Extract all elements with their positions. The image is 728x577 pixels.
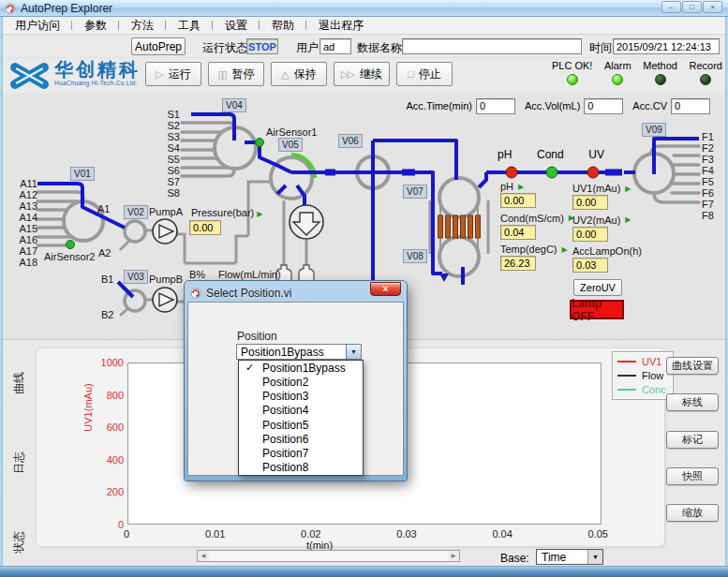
chart-legend: UV1 Flow Conc (612, 351, 674, 400)
port-a1-label: A1 (97, 203, 110, 215)
side-tab[interactable]: 状态 (5, 528, 33, 556)
run-control-button[interactable]: ▯▯ 暂停 (208, 62, 264, 86)
x-axis-ticks: 00.010.020.030.040.05 (124, 528, 608, 540)
legend-line-icon (617, 389, 636, 391)
local-variable-arrow-icon: ▶ (257, 210, 262, 218)
chart-button[interactable]: 标记 (666, 431, 719, 449)
port-label: S6 (168, 165, 180, 176)
chart-buttons: 曲线设置标线标记快照缩放 (666, 357, 719, 522)
cond-sensor-dot (546, 167, 557, 178)
position-option[interactable]: Position6 (239, 432, 363, 446)
run-status-value: STOP (246, 38, 278, 54)
close-button[interactable]: × (703, 1, 722, 13)
position-option[interactable]: Position4 (239, 404, 363, 418)
menu-item[interactable]: 用户访问 (3, 17, 72, 34)
valve-v08[interactable] (439, 237, 479, 276)
legend-item: Conc (617, 384, 668, 395)
menu-item[interactable]: 设置 (213, 17, 260, 34)
readout-value[interactable]: 0.03 (572, 258, 608, 273)
pump-b[interactable] (153, 288, 177, 312)
pressure-value[interactable]: 0.00 (189, 220, 221, 235)
readout: UV2(mAu)▶ 0.00 (572, 215, 651, 242)
a-port-labels: A11A12A13A14A15A16A17A18 (13, 178, 37, 251)
chart-button[interactable]: 曲线设置 (666, 357, 719, 375)
valve-v02[interactable] (125, 221, 145, 242)
led-icon (655, 74, 666, 85)
air-sensor-2-led (67, 241, 75, 249)
position-option[interactable]: Position5 (239, 418, 363, 432)
air-sensor-2-label: AirSensor2 (44, 251, 95, 262)
port-label: F4 (702, 165, 724, 176)
title-bar[interactable]: AutoPrep Explorer – □ × (0, 0, 728, 17)
run-status-label: 运行状态 (202, 40, 247, 56)
menu-item[interactable]: 退出程序 (306, 17, 376, 34)
zero-uv-button[interactable]: ZeroUV (573, 279, 622, 296)
chart-button[interactable]: 缩放 (666, 504, 719, 522)
inline-sensor-label: Cond (537, 148, 564, 161)
mixer-pump-down-arrow[interactable] (290, 205, 323, 239)
y-tick: 400 (107, 454, 124, 466)
menu-item[interactable]: 参数 (72, 17, 119, 34)
menu-item[interactable]: 方法 (119, 17, 166, 34)
side-tab[interactable]: 日志 (5, 449, 33, 477)
readout-value[interactable]: 26.23 (500, 256, 536, 271)
dialog-close-button[interactable]: × (370, 282, 401, 296)
valve-label-v04: V04 (222, 98, 246, 112)
run-control-button[interactable]: □ 停止 (396, 62, 453, 86)
maximize-button[interactable]: □ (682, 1, 702, 13)
autoprep-button[interactable]: AutoPrep (131, 37, 186, 55)
position-option[interactable]: ✓ Position1Bypass (239, 361, 363, 375)
led-icon (612, 74, 623, 85)
local-variable-arrow-icon: ▶ (625, 215, 631, 224)
local-variable-arrow-icon: ▶ (562, 245, 568, 254)
readout-value[interactable]: 0.00 (572, 227, 608, 242)
readout-value[interactable]: 0.04 (500, 225, 536, 240)
chart-button[interactable]: 标线 (666, 393, 719, 411)
side-tab[interactable]: 曲线 (5, 369, 33, 397)
air-sensor-1-label: AirSensor1 (266, 126, 317, 138)
run-control-button[interactable]: △ 保持 (271, 62, 327, 86)
pump-a[interactable] (153, 219, 177, 244)
led-icon (700, 74, 711, 85)
valve-v07[interactable] (439, 178, 479, 217)
uv-sensor-dot (587, 167, 599, 178)
readout-value[interactable]: 0.00 (500, 193, 536, 208)
combobox-dropdown-icon[interactable]: ▼ (347, 344, 362, 360)
run-control-button[interactable]: ▷▷ 继续 (334, 62, 390, 86)
window-border-bottom (0, 566, 728, 577)
position-option[interactable]: Position8 (239, 461, 363, 475)
menu-item[interactable]: 帮助 (260, 17, 306, 34)
chart-button[interactable]: 快照 (666, 467, 719, 485)
base-value: Time (537, 551, 587, 564)
position-option[interactable]: Position2 (239, 375, 363, 389)
port-a2-label: A2 (98, 247, 111, 259)
window-title: AutoPrep Explorer (21, 2, 112, 15)
minimize-button[interactable]: – (661, 1, 681, 13)
position-combobox[interactable]: Position1Bypass ▼ (236, 344, 362, 360)
dialog-body: Position Position1Bypass ▼ ✓ Position1By… (187, 302, 404, 476)
ph-sensor-dot (506, 167, 517, 178)
position-option[interactable]: Position7 (239, 447, 363, 461)
port-label: F5 (702, 176, 724, 187)
readout-value[interactable]: 0.00 (572, 195, 608, 210)
readouts-right: UV1(mAu)▶ 0.00 UV2(mAu)▶ 0.00 AccLampOn(… (572, 183, 651, 273)
run-control-button[interactable]: ▷ 运行 (145, 62, 201, 86)
chart-scrollbar[interactable]: ◀ ▶ (197, 550, 460, 562)
stop-icon: □ (408, 68, 412, 80)
port-label: F7 (702, 199, 724, 210)
port-label: F6 (702, 187, 724, 199)
local-variable-arrow-icon: ▶ (625, 185, 631, 193)
run-control-buttons: ▷ 运行 ▯▯ 暂停 △ 保持 ▷▷ 继续 (145, 62, 453, 86)
user-input[interactable] (319, 38, 351, 54)
legend-item: Flow (617, 370, 668, 381)
lamp-off-button[interactable]: Lamp OFF (570, 300, 624, 319)
acc-field: Acc.Time(min) 0 (407, 98, 515, 114)
scroll-right-icon[interactable]: ▶ (448, 551, 459, 561)
port-label: S1 (168, 109, 180, 120)
scroll-left-icon[interactable]: ◀ (198, 551, 209, 561)
base-dropdown[interactable]: Time ▼ (536, 549, 603, 565)
position-option[interactable]: Position3 (239, 390, 363, 404)
toolbar: AutoPrep 运行状态 STOP 用户 数据名称 时间 (3, 35, 725, 58)
dataname-input[interactable] (402, 38, 582, 54)
menu-item[interactable]: 工具 (166, 17, 213, 34)
